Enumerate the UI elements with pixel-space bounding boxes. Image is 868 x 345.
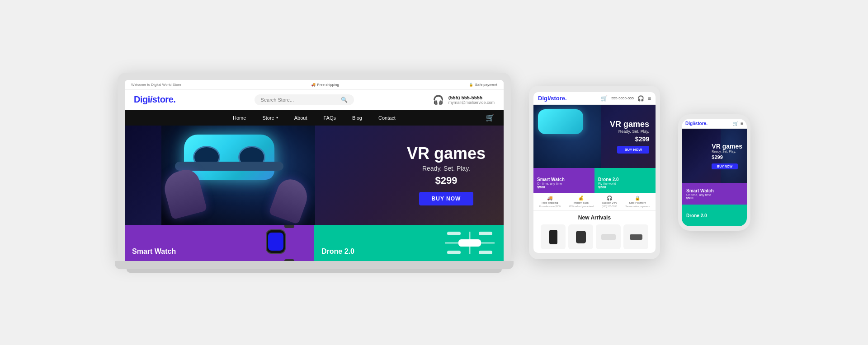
tablet-hero-text: VR games Ready. Set. Play. $299 BUY NOW bbox=[610, 120, 649, 154]
laptop-base bbox=[115, 261, 514, 269]
arrival-drone-shape bbox=[601, 234, 616, 240]
hero-text: VR games Ready. Set. Play. $299 BUY NOW bbox=[407, 145, 486, 206]
arrival-band[interactable] bbox=[623, 224, 648, 249]
nav-faqs[interactable]: FAQs bbox=[315, 110, 344, 126]
tablet-new-arrivals: New Arrivals bbox=[533, 211, 656, 253]
tablet-header: Digiistore. 🛒 555-5555-555 🎧 ≡ bbox=[533, 92, 656, 105]
payment-label: Safe payment bbox=[475, 83, 497, 87]
phone-watch-info: Smart Watch On time, any time $500 bbox=[686, 188, 714, 200]
laptop-topbar: Welcome to Digital World Store 🚚 Free sh… bbox=[125, 80, 504, 90]
tablet-screen: Digiistore. 🛒 555-5555-555 🎧 ≡ VR games … bbox=[533, 92, 656, 253]
shipping-sub: For orders over $500 bbox=[539, 205, 561, 208]
logo-prefix: Digi bbox=[134, 94, 150, 104]
phone-drone-info: Drone 2.0 bbox=[686, 213, 707, 218]
nav-home[interactable]: Home bbox=[225, 110, 254, 126]
tablet-watch-price: $500 bbox=[537, 185, 565, 189]
search-input[interactable] bbox=[261, 97, 338, 103]
laptop-hero: VR games Ready. Set. Play. $299 BUY NOW bbox=[125, 126, 504, 225]
phone-header: Digiistore. 🛒 ≡ bbox=[682, 119, 747, 129]
laptop-outer: Welcome to Digital World Store 🚚 Free sh… bbox=[118, 73, 511, 261]
phone-buy-now-button[interactable]: BUY NOW bbox=[712, 163, 738, 169]
tablet-watch-info: Smart Watch On time, any time $500 bbox=[537, 177, 565, 189]
tablet-feature-support: 🎧 Support 24/7 (555) 555-5555 bbox=[602, 196, 617, 208]
shipping-label: Free shipping bbox=[542, 201, 558, 204]
shipping-icon: 🚚 bbox=[547, 196, 552, 200]
payment-label: Safe Payment bbox=[629, 201, 646, 204]
watch-body bbox=[266, 229, 286, 254]
tablet-feature-payment: 🔒 Safe Payment Secure online payments bbox=[625, 196, 650, 208]
logo-dot: . bbox=[173, 94, 175, 104]
phone-logo: Digiistore. bbox=[685, 121, 708, 126]
tablet-products: Smart Watch On time, any time $500 Drone… bbox=[533, 168, 656, 193]
phone-products: Smart Watch On time, any time $500 Drone… bbox=[682, 183, 747, 226]
truck-icon: 🚚 bbox=[311, 83, 316, 87]
search-icon: 🔍 bbox=[341, 97, 348, 103]
cart-icon[interactable]: 🛒 bbox=[486, 113, 495, 122]
product-card-drone[interactable]: Drone 2.0 bbox=[314, 225, 504, 261]
phone-logo-dot: . bbox=[706, 121, 708, 126]
laptop-products: Smart Watch Drone 2.0 bbox=[125, 225, 504, 261]
hero-price: $299 bbox=[407, 175, 486, 186]
drone-prop-tr bbox=[479, 232, 492, 235]
nav-blog[interactable]: Blog bbox=[344, 110, 370, 126]
tablet-hero-vr bbox=[533, 105, 601, 168]
search-bar[interactable]: 🔍 bbox=[255, 94, 354, 105]
support-icon: 🎧 bbox=[607, 196, 612, 200]
product-drone-title: Drone 2.0 bbox=[321, 247, 354, 256]
arrivals-grid bbox=[538, 224, 651, 249]
tablet-menu-icon[interactable]: ≡ bbox=[648, 95, 651, 102]
phone-product-watch[interactable]: Smart Watch On time, any time $500 bbox=[682, 183, 747, 205]
buy-now-button[interactable]: BUY NOW bbox=[419, 192, 474, 205]
phone-watch-price: $500 bbox=[686, 196, 714, 200]
tablet-drone-sub: Fly the world bbox=[598, 182, 619, 185]
payment-icon: 🔒 bbox=[635, 196, 640, 200]
tablet-product-watch[interactable]: Smart Watch On time, any time $500 bbox=[533, 168, 594, 193]
tablet-header-icons: 🛒 555-5555-555 🎧 ≡ bbox=[601, 95, 651, 102]
arrival-phone[interactable] bbox=[541, 224, 566, 249]
tablet-feature-shipping: 🚚 Free shipping For orders over $500 bbox=[539, 196, 561, 208]
phone-screen: Digiistore. 🛒 ≡ VR games Ready. Set. Pla… bbox=[682, 119, 747, 226]
arrival-phone-shape bbox=[549, 230, 557, 244]
phone-product-drone[interactable]: Drone 2.0 bbox=[682, 205, 747, 226]
chevron-down-icon: ▾ bbox=[276, 116, 278, 120]
tablet-cart-icon[interactable]: 🛒 bbox=[601, 95, 608, 102]
logo: Digiistore. bbox=[134, 94, 175, 105]
phone-drone-title: Drone 2.0 bbox=[686, 213, 707, 218]
phone-logo-suffix: store bbox=[695, 121, 706, 126]
laptop-device: Welcome to Digital World Store 🚚 Free sh… bbox=[118, 73, 511, 273]
laptop-foot bbox=[127, 269, 502, 273]
nav-about[interactable]: About bbox=[286, 110, 316, 126]
phone-cart-icon[interactable]: 🛒 bbox=[733, 121, 738, 126]
phone-menu-icon[interactable]: ≡ bbox=[741, 121, 743, 126]
contact-phone: (555) 555-5555 bbox=[448, 95, 495, 100]
laptop-header: Digiistore. 🔍 🎧 (555) 555-5555 mymail@ma… bbox=[125, 90, 504, 110]
drone-img bbox=[445, 229, 495, 256]
drone-prop-tl bbox=[447, 232, 461, 235]
watch-screen bbox=[268, 233, 283, 251]
tablet-hero-subtitle: Ready. Set. Play. bbox=[610, 129, 649, 134]
nav-store[interactable]: Store ▾ bbox=[254, 110, 286, 126]
tablet-hero-title: VR games bbox=[610, 120, 649, 129]
tablet-logo: Digiistore. bbox=[538, 95, 567, 102]
shipping-label: Free shipping bbox=[317, 83, 339, 87]
nav-contact[interactable]: Contact bbox=[370, 110, 404, 126]
laptop-nav: Home Store ▾ About FAQs Blog Contact 🛒 bbox=[125, 110, 504, 126]
hero-subtitle: Ready. Set. Play. bbox=[407, 165, 486, 172]
store-label: Store bbox=[262, 115, 274, 121]
hero-image bbox=[125, 126, 352, 225]
logo-suffix: store bbox=[152, 94, 173, 104]
product-card-watch[interactable]: Smart Watch bbox=[125, 225, 314, 261]
phone-hero-price: $299 bbox=[712, 154, 742, 160]
tablet-buy-now-button[interactable]: BUY NOW bbox=[617, 146, 649, 154]
vr-headset bbox=[184, 135, 274, 180]
money-sub: 100% refund guaranteed bbox=[569, 205, 594, 208]
tablet-product-drone[interactable]: Drone 2.0 Fly the world $200 bbox=[594, 168, 656, 193]
support-sub: (555) 555-5555 bbox=[602, 205, 617, 208]
arrival-drone[interactable] bbox=[596, 224, 621, 249]
phone-hero-text: VR games Ready. Set. Play. $299 BUY NOW bbox=[712, 143, 742, 169]
arrival-watch[interactable] bbox=[568, 224, 593, 249]
contact-text: (555) 555-5555 mymail@mailservice.com bbox=[448, 95, 495, 105]
drone-prop-br bbox=[479, 251, 492, 254]
phone-header-icons: 🛒 ≡ bbox=[733, 121, 743, 126]
phone-hero: VR games Ready. Set. Play. $299 BUY NOW bbox=[682, 129, 747, 183]
